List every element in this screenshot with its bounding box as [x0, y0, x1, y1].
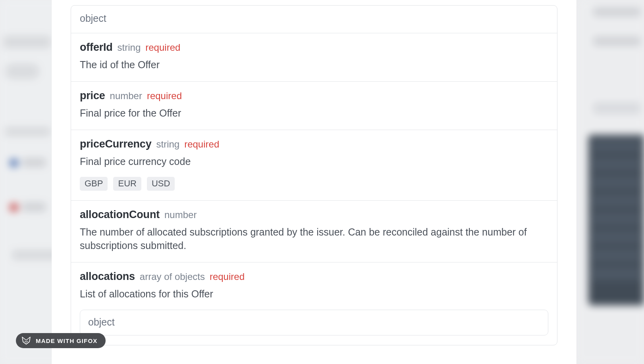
- enum-list: GBP EUR USD: [80, 177, 548, 191]
- property-required: required: [147, 90, 182, 102]
- enum-value: EUR: [113, 177, 141, 191]
- nested-type-label: object: [88, 316, 115, 328]
- bg-right-panel: [577, 0, 644, 364]
- property-offerId: offerId string required The id of the Of…: [71, 33, 557, 81]
- schema-box: object offerId string required The id of…: [71, 5, 557, 345]
- property-description: The number of allocated subscriptions gr…: [80, 226, 548, 253]
- property-price: price number required Final price for th…: [71, 81, 557, 130]
- property-description: The id of the Offer: [80, 58, 548, 72]
- property-required: required: [210, 271, 245, 282]
- schema-header: object: [71, 6, 557, 33]
- property-name: allocations: [80, 270, 135, 283]
- property-name: priceCurrency: [80, 138, 151, 150]
- property-type: number: [164, 209, 197, 220]
- property-type: array of objects: [140, 271, 205, 282]
- property-type: string: [156, 139, 179, 150]
- property-priceCurrency: priceCurrency string required Final pric…: [71, 130, 557, 201]
- property-allocations: allocations array of objects required Li…: [71, 262, 557, 345]
- gifox-text: MADE WITH GIFOX: [36, 337, 98, 344]
- property-required: required: [184, 139, 219, 150]
- property-name: price: [80, 90, 105, 102]
- fox-icon: [21, 336, 31, 345]
- nested-object-box: object: [80, 310, 548, 335]
- property-name: offerId: [80, 41, 113, 54]
- property-required: required: [145, 42, 180, 53]
- property-description: Final price for the Offer: [80, 107, 548, 120]
- enum-value: USD: [147, 177, 175, 191]
- property-description: List of allocations for this Offer: [80, 287, 548, 301]
- property-type: string: [118, 42, 141, 53]
- property-description: Final price currency code: [80, 155, 548, 169]
- enum-value: GBP: [80, 177, 108, 191]
- property-allocationCount: allocationCount number The number of all…: [71, 200, 557, 262]
- property-type: number: [110, 90, 142, 102]
- schema-type-label: object: [80, 13, 106, 24]
- main-panel: object offerId string required The id of…: [52, 0, 577, 364]
- property-name: allocationCount: [80, 209, 160, 221]
- gifox-badge[interactable]: MADE WITH GIFOX: [16, 333, 106, 348]
